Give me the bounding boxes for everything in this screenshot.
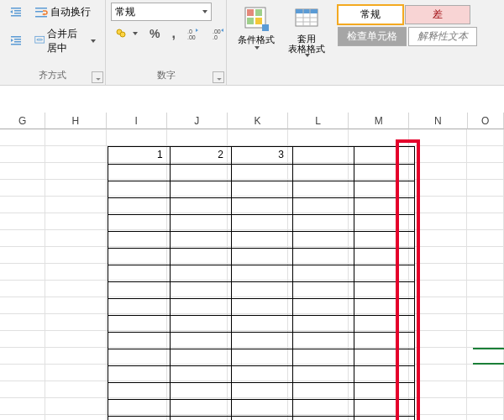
cell[interactable] [0, 230, 45, 247]
cell[interactable] [45, 398, 106, 415]
cell[interactable] [409, 197, 467, 213]
cell[interactable] [409, 348, 467, 365]
cell[interactable] [228, 197, 288, 213]
cell[interactable] [45, 247, 106, 264]
indent-decrease-button[interactable] [5, 3, 27, 22]
cell[interactable] [288, 180, 349, 197]
cell[interactable] [409, 163, 467, 180]
cell[interactable] [349, 281, 409, 297]
cell[interactable] [0, 264, 45, 281]
cell[interactable] [167, 314, 228, 331]
cell[interactable] [349, 381, 409, 398]
cell[interactable] [107, 381, 167, 398]
cell[interactable] [467, 146, 504, 163]
cell[interactable] [288, 348, 349, 365]
cell[interactable] [409, 297, 467, 314]
cell[interactable] [467, 415, 504, 420]
cell[interactable]: 1 [107, 146, 167, 163]
cell[interactable] [45, 415, 106, 420]
cell[interactable] [409, 180, 467, 197]
cell[interactable] [45, 197, 106, 213]
cell[interactable] [467, 213, 504, 230]
merge-center-button[interactable]: 合并后居中 [30, 24, 100, 58]
column-header-O[interactable]: O [468, 113, 505, 129]
column-header-I[interactable]: I [107, 113, 167, 129]
conditional-formatting-button[interactable]: 条件格式 [232, 3, 281, 60]
number-format-select[interactable]: 常规 [111, 3, 212, 21]
cell[interactable] [107, 331, 167, 348]
cell[interactable] [45, 146, 106, 163]
cell[interactable] [467, 129, 504, 146]
cell[interactable] [409, 247, 467, 264]
column-header-J[interactable]: J [167, 113, 228, 129]
cell[interactable] [349, 331, 409, 348]
style-bad[interactable]: 差 [405, 5, 470, 24]
cell[interactable] [467, 365, 504, 381]
cell[interactable] [167, 365, 228, 381]
percent-style-button[interactable]: % [145, 24, 164, 43]
number-dialog-launcher[interactable] [213, 71, 224, 83]
cell[interactable] [288, 129, 349, 146]
cell[interactable] [409, 146, 467, 163]
cell[interactable] [167, 129, 228, 146]
cell[interactable] [467, 314, 504, 331]
cell[interactable] [45, 281, 106, 297]
cell[interactable] [349, 398, 409, 415]
cell[interactable] [228, 264, 288, 281]
cell[interactable] [349, 247, 409, 264]
column-header-N[interactable]: N [409, 113, 467, 129]
cell[interactable]: 2 [167, 146, 228, 163]
cell[interactable] [0, 415, 45, 420]
cell[interactable] [409, 213, 467, 230]
cell[interactable] [288, 197, 349, 213]
cell[interactable] [45, 180, 106, 197]
cell[interactable] [107, 213, 167, 230]
cell[interactable] [228, 415, 288, 420]
cell[interactable] [349, 180, 409, 197]
cell[interactable] [288, 247, 349, 264]
cell[interactable] [45, 314, 106, 331]
cell[interactable] [409, 398, 467, 415]
cell[interactable] [107, 197, 167, 213]
cell[interactable] [45, 348, 106, 365]
cell[interactable] [228, 213, 288, 230]
format-as-table-button[interactable]: 套用 表格格式 [282, 3, 331, 60]
cell[interactable] [349, 297, 409, 314]
cell[interactable] [45, 381, 106, 398]
cell[interactable] [0, 197, 45, 213]
cell[interactable] [228, 297, 288, 314]
cell[interactable] [0, 381, 45, 398]
cell[interactable] [349, 197, 409, 213]
cell[interactable] [0, 213, 45, 230]
alignment-dialog-launcher[interactable] [92, 71, 103, 83]
cell[interactable] [0, 129, 45, 146]
cell[interactable] [167, 163, 228, 180]
cell[interactable] [288, 381, 349, 398]
cell[interactable] [467, 163, 504, 180]
cell[interactable] [167, 381, 228, 398]
cell[interactable] [107, 129, 167, 146]
column-header-H[interactable]: H [45, 113, 106, 129]
cell[interactable] [467, 247, 504, 264]
column-header-M[interactable]: M [349, 113, 409, 129]
column-header-L[interactable]: L [288, 113, 349, 129]
cell[interactable] [228, 398, 288, 415]
cell[interactable] [0, 247, 45, 264]
cell[interactable] [107, 264, 167, 281]
cell[interactable] [45, 163, 106, 180]
cell[interactable] [349, 365, 409, 381]
cell[interactable] [167, 297, 228, 314]
cell[interactable] [288, 281, 349, 297]
cell[interactable] [288, 365, 349, 381]
cell[interactable] [467, 398, 504, 415]
cell[interactable] [107, 163, 167, 180]
cell[interactable] [167, 398, 228, 415]
cell[interactable] [288, 297, 349, 314]
cell[interactable] [288, 163, 349, 180]
cell[interactable] [228, 314, 288, 331]
cell[interactable] [228, 180, 288, 197]
cell[interactable] [288, 146, 349, 163]
cell[interactable] [409, 381, 467, 398]
cell[interactable] [349, 230, 409, 247]
cell[interactable] [167, 281, 228, 297]
